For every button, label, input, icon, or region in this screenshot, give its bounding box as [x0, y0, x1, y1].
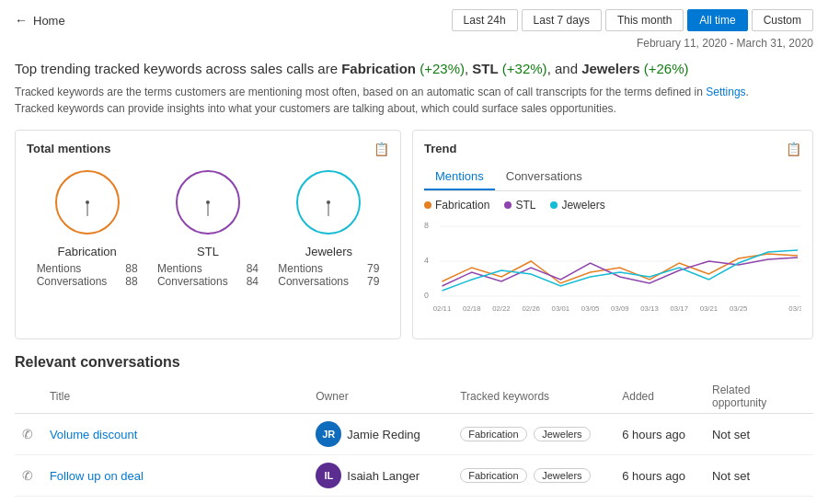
- row3-title[interactable]: Live Demo follow up: [42, 497, 308, 505]
- copy-icon-mentions[interactable]: 📋: [374, 142, 389, 156]
- avatar-jr: JR: [316, 421, 341, 447]
- circle-svg-fabrication: [51, 166, 124, 239]
- filter-custom[interactable]: Custom: [752, 9, 813, 31]
- conversations-section: Relevant conversations Title Owner Track…: [0, 347, 828, 504]
- legend-jewelers: Jewelers: [550, 199, 604, 212]
- filter-alltime[interactable]: All time: [687, 9, 747, 31]
- table-row: ✆ Volume discount JR Jamie Reding Fabric…: [15, 414, 813, 455]
- headline-prefix: Top trending tracked keywords across sal…: [15, 61, 341, 76]
- row2-added: 6 hours ago: [615, 455, 705, 497]
- trend-title: Trend 📋: [424, 142, 801, 156]
- svg-text:03/25: 03/25: [730, 304, 748, 313]
- row1-title[interactable]: Volume discount: [42, 414, 308, 455]
- row2-keywords: Fabrication Jewelers: [453, 455, 615, 497]
- legend-label-jewelers: Jewelers: [561, 199, 604, 212]
- keyword-tag: Fabrication: [460, 468, 526, 483]
- svg-text:03/13: 03/13: [640, 304, 659, 313]
- circle-label-fabrication: Fabrication: [37, 245, 138, 258]
- back-button[interactable]: ← Home: [15, 13, 65, 28]
- svg-text:02/18: 02/18: [463, 304, 481, 313]
- row1-owner: JR Jamie Reding: [308, 414, 453, 455]
- chart-area: 8 4 0 02/11 02/18 02/22 02/26 03/01 0: [424, 217, 801, 327]
- legend-label-fabrication: Fabrication: [435, 199, 489, 212]
- circle-stats-stl: Mentions84 Conversations84: [157, 262, 259, 288]
- filter-thismonth[interactable]: This month: [605, 9, 684, 31]
- svg-text:03/31: 03/31: [788, 304, 801, 313]
- col-header-icon: [15, 380, 42, 414]
- circle-stats-fabrication: Mentions88 Conversations88: [37, 262, 138, 288]
- keyword-stl-change: (+32%): [502, 61, 547, 76]
- date-range: February 11, 2020 - March 31, 2020: [0, 37, 828, 55]
- svg-point-1: [86, 200, 89, 204]
- tab-conversations[interactable]: Conversations: [495, 166, 593, 190]
- row3-added: 6 hours ago: [615, 497, 705, 505]
- subtitle-text3: Tracked keywords can provide insights in…: [15, 102, 616, 115]
- phone-icon: ✆: [22, 468, 33, 483]
- circles-row: Fabrication Mentions88 Conversations88 S…: [27, 166, 389, 288]
- svg-text:03/17: 03/17: [670, 304, 688, 313]
- table-row: ✆ Live Demo follow up MC Molly Clark Jew…: [15, 497, 813, 505]
- filter-last7days[interactable]: Last 7 days: [522, 9, 602, 31]
- keyword-tag: Jewelers: [534, 468, 590, 483]
- total-mentions-title: Total mentions 📋: [27, 142, 389, 156]
- headline-section: Top trending tracked keywords across sal…: [0, 55, 828, 122]
- copy-icon-trend[interactable]: 📋: [786, 142, 801, 156]
- keyword-jewelers: Jewelers: [581, 61, 639, 76]
- tab-mentions[interactable]: Mentions: [424, 166, 495, 190]
- row2-owner: IL Isaiah Langer: [308, 455, 453, 497]
- svg-text:8: 8: [424, 221, 429, 230]
- keyword-jewelers-change: (+26%): [644, 61, 689, 76]
- row2-title[interactable]: Follow up on deal: [42, 455, 308, 497]
- legend-label-stl: STL: [515, 199, 535, 212]
- filter-last24h[interactable]: Last 24h: [452, 9, 518, 31]
- subtitle-dot: .: [746, 86, 749, 98]
- keyword-fabrication-change: (+23%): [420, 61, 465, 76]
- avatar-il: IL: [316, 463, 341, 488]
- circle-fabrication: Fabrication Mentions88 Conversations88: [37, 166, 138, 288]
- circle-label-jewelers: Jewelers: [278, 245, 379, 258]
- row2-icon-cell: ✆: [15, 455, 42, 497]
- back-arrow-icon: ←: [15, 13, 28, 28]
- trend-legend: Fabrication STL Jewelers: [424, 199, 801, 212]
- total-mentions-panel: Total mentions 📋 Fabrication Mentions88 …: [15, 130, 401, 339]
- legend-dot-fabrication: [424, 201, 431, 209]
- circle-jewelers: Jewelers Mentions79 Conversations79: [278, 166, 379, 288]
- circle-stats-jewelers: Mentions79 Conversations79: [278, 262, 379, 288]
- circle-svg-jewelers: [292, 166, 365, 239]
- legend-dot-stl: [504, 201, 512, 209]
- svg-text:02/22: 02/22: [492, 304, 511, 313]
- time-filter-group: Last 24h Last 7 days This month All time…: [452, 9, 813, 31]
- circle-label-stl: STL: [157, 245, 259, 258]
- keyword-tag: Jewelers: [534, 427, 590, 441]
- legend-fabrication: Fabrication: [424, 199, 489, 212]
- svg-point-4: [206, 200, 210, 204]
- headline: Top trending tracked keywords across sal…: [15, 59, 813, 78]
- owner-name-jr: Jamie Reding: [347, 428, 420, 441]
- row3-opportunity: Not set: [705, 497, 813, 505]
- svg-text:03/21: 03/21: [700, 304, 719, 313]
- col-header-added: Added: [615, 380, 705, 414]
- svg-text:03/01: 03/01: [552, 304, 570, 313]
- settings-link[interactable]: Settings: [706, 86, 745, 98]
- legend-dot-jewelers: [550, 201, 558, 209]
- trend-tabs: Mentions Conversations: [424, 166, 801, 191]
- circle-stl: STL Mentions84 Conversations84: [157, 166, 259, 288]
- subtitle-text1: Tracked keywords are the terms customers…: [15, 86, 706, 98]
- svg-text:03/05: 03/05: [581, 304, 600, 313]
- svg-text:02/11: 02/11: [433, 304, 452, 313]
- row3-icon-cell: ✆: [15, 497, 42, 505]
- table-row: ✆ Follow up on deal IL Isaiah Langer Fab…: [15, 455, 813, 497]
- trend-chart: 8 4 0 02/11 02/18 02/22 02/26 03/01 0: [424, 217, 801, 318]
- col-header-keywords: Tracked keywords: [453, 380, 615, 414]
- owner-name-il: Isaiah Langer: [347, 469, 420, 483]
- keyword-tag: Fabrication: [460, 427, 526, 441]
- col-header-title: Title: [42, 380, 308, 414]
- conversations-title: Relevant conversations: [15, 354, 813, 371]
- svg-text:4: 4: [424, 256, 429, 265]
- subtitle: Tracked keywords are the terms customers…: [15, 84, 813, 117]
- phone-icon: ✆: [22, 427, 33, 441]
- row3-keywords: Jewelers STL: [453, 497, 615, 505]
- legend-stl: STL: [504, 199, 535, 212]
- col-header-owner: Owner: [308, 380, 453, 414]
- svg-text:0: 0: [424, 291, 429, 300]
